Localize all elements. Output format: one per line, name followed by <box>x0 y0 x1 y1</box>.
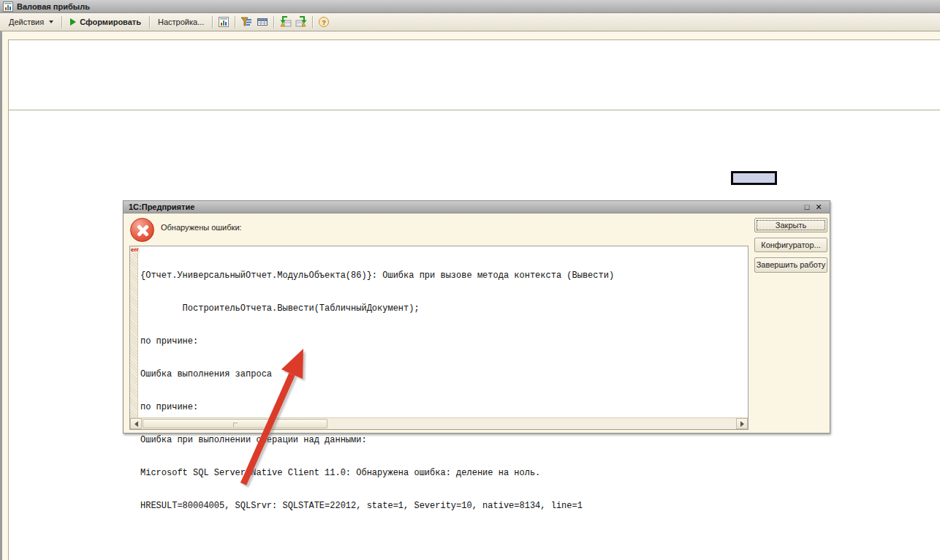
dialog-title: 1С:Предприятие <box>129 203 801 211</box>
generate-button[interactable]: Сформировать <box>65 15 146 30</box>
error-gutter-label: err <box>130 247 140 253</box>
save-values-icon <box>295 16 308 28</box>
error-line: по причине: <box>140 402 746 413</box>
error-line: Ошибка при выполнении операции над данны… <box>140 435 746 446</box>
toolbar-separator <box>273 16 274 29</box>
end-session-button[interactable]: Завершить работу <box>754 257 827 273</box>
play-icon <box>70 18 76 26</box>
restore-values-icon <box>279 16 292 28</box>
toolbar: Действия Сформировать Настройка... <box>0 13 940 31</box>
svg-text:?: ? <box>322 19 327 26</box>
toolbar-separator <box>149 16 150 29</box>
scroll-left-button[interactable] <box>130 418 142 429</box>
close-icon[interactable]: ✕ <box>813 202 825 213</box>
error-line: ПостроительОтчета.Вывести(ТабличныйДокум… <box>140 303 746 314</box>
error-text-area: err {Отчет.УниверсальныйОтчет.МодульОбъе… <box>129 246 748 430</box>
error-dialog: 1С:Предприятие □ ✕ Обнаружены ошибки: er… <box>123 200 830 434</box>
configurator-button[interactable]: Конфигуратор... <box>754 238 827 252</box>
dialog-message: Обнаружены ошибки: <box>161 223 242 232</box>
filter-settings-icon <box>240 16 252 28</box>
close-button[interactable]: Закрыть <box>754 218 827 232</box>
error-icon <box>130 218 154 242</box>
restore-values-button[interactable] <box>277 15 293 30</box>
main-window-titlebar: Валовая прибыль <box>0 0 940 13</box>
triangle-left-icon <box>134 421 138 427</box>
filter-settings-button[interactable] <box>238 15 254 30</box>
maximize-icon[interactable]: □ <box>801 202 813 213</box>
table-fields-button[interactable] <box>254 15 270 30</box>
table-fields-icon <box>257 16 268 28</box>
actions-menu-button[interactable]: Действия <box>4 15 58 30</box>
horizontal-scrollbar[interactable] <box>130 417 748 429</box>
scrollbar-thumb[interactable] <box>143 419 327 428</box>
error-line: Microsoft SQL Server Native Client 11.0:… <box>140 468 746 479</box>
window-title: Валовая прибыль <box>17 2 90 11</box>
report-section-divider <box>8 110 940 110</box>
scroll-right-button[interactable] <box>736 418 748 429</box>
dialog-titlebar[interactable]: 1С:Предприятие □ ✕ <box>124 201 830 213</box>
error-line: HRESULT=80004005, SQLSrvr: SQLSTATE=2201… <box>140 501 746 512</box>
chevron-down-icon <box>49 20 53 23</box>
toolbar-separator <box>212 16 213 29</box>
error-line: {Отчет.УниверсальныйОтчет.МодульОбъекта(… <box>140 270 746 281</box>
window-frame-left <box>0 31 2 560</box>
report-chart-button[interactable] <box>216 15 232 30</box>
help-button[interactable]: ? <box>316 15 332 30</box>
report-chart-icon <box>218 16 230 28</box>
error-line: Ошибка выполнения запроса <box>140 369 746 380</box>
error-line: по причине: <box>140 336 746 347</box>
error-text: {Отчет.УниверсальныйОтчет.МодульОбъекта(… <box>140 249 746 534</box>
generate-label: Сформировать <box>80 18 141 26</box>
toolbar-separator <box>61 16 62 29</box>
toolbar-separator <box>312 16 313 29</box>
error-text-gutter <box>130 246 138 417</box>
highlight-box <box>731 171 777 185</box>
save-values-button[interactable] <box>293 15 309 30</box>
screen: Валовая прибыль Действия Сформировать На… <box>0 0 940 560</box>
settings-label: Настройка... <box>158 18 204 26</box>
help-icon: ? <box>318 16 330 28</box>
toolbar-separator <box>235 16 235 29</box>
triangle-right-icon <box>740 421 744 427</box>
actions-label: Действия <box>9 18 44 26</box>
report-window-icon <box>3 1 13 12</box>
settings-button[interactable]: Настройка... <box>153 15 209 30</box>
